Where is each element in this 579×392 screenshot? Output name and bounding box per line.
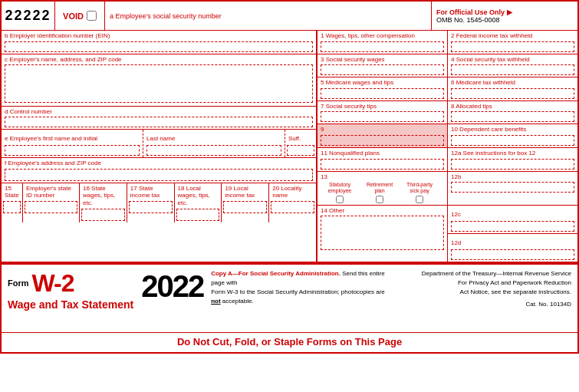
box9-cell: 9 [317, 124, 448, 147]
box8-input[interactable] [451, 111, 574, 122]
box11-cell: 11 Nonqualified plans [317, 148, 448, 171]
state-15-cell: 15 State [2, 183, 23, 222]
employee-name-fields: e Employee's first name and initial Last… [2, 130, 316, 157]
local-tax-input[interactable] [223, 201, 267, 213]
box4-cell: 4 Social security tax withheld [448, 54, 577, 77]
row-7-8: 7 Social security tips 8 Allocated tips [317, 101, 577, 125]
header-row: 22222 VOID a Employee's social security … [2, 2, 577, 31]
box12cd-cell: 12c 12d [448, 206, 577, 262]
year-section: 2022 [141, 269, 203, 304]
row-13-12b: 13 Statutoryemployee Retirementplan [317, 172, 577, 206]
ein-row: b Employer identification number (EIN) [2, 31, 316, 54]
box12d-sub: 12d [448, 234, 577, 262]
row-14-12cd: 14 Other 12c 12d [317, 206, 577, 262]
w2-form: 22222 VOID a Employee's social security … [0, 0, 579, 354]
void-checkbox[interactable] [87, 11, 97, 21]
do-not-cut: Do Not Cut, Fold, or Staple Forms on Thi… [2, 332, 577, 352]
box5-input[interactable] [321, 88, 444, 99]
statutory-checkbox-cell: Statutoryemployee [321, 182, 359, 203]
left-column: b Employer identification number (EIN) c… [2, 31, 317, 262]
row-5-6: 5 Medicare wages and tips 6 Medicare tax… [317, 77, 577, 101]
control-input[interactable] [5, 117, 313, 127]
employer-name-row: c Employer's name, address, and ZIP code [2, 54, 316, 107]
emp-first-cell: e Employee's first name and initial [2, 130, 143, 157]
box3-input[interactable] [321, 64, 444, 75]
box5-cell: 5 Medicare wages and tips [317, 77, 448, 100]
employee-addr-row: f Employee's address and ZIP code [2, 158, 316, 183]
box7-cell: 7 Social security tips [317, 101, 448, 124]
box1-cell: 1 Wages, tips, other compensation [317, 31, 448, 54]
local-wages-input[interactable] [176, 209, 220, 221]
official-use-cell: For Official Use Only ▶ OMB No. 1545-000… [432, 2, 577, 30]
statutory-checkbox[interactable] [336, 196, 344, 203]
thirdparty-checkbox-cell: Third-partysick pay [400, 182, 439, 203]
emp-suff-cell: Suff. [285, 130, 316, 157]
void-section: VOID [55, 2, 105, 30]
checkbox-group: Statutoryemployee Retirementplan Third-p… [317, 180, 447, 204]
box6-cell: 6 Medicare tax withheld [448, 77, 577, 100]
box12b-input[interactable] [451, 182, 574, 193]
control-row: d Control number [2, 107, 316, 130]
state-id-cell: Employer's state ID number [23, 183, 80, 222]
state-id-input[interactable] [25, 201, 77, 213]
locality-input[interactable] [271, 201, 314, 213]
box12c-input[interactable] [451, 221, 574, 232]
box12b-cell: 12b [448, 172, 577, 205]
w2-form-text: Form W-2 [8, 269, 74, 298]
emp-last-input[interactable] [146, 145, 281, 156]
box3-cell: 3 Social security wages [317, 54, 448, 77]
emp-first-input[interactable] [5, 145, 140, 156]
box12d-input[interactable] [451, 249, 574, 260]
box1-input[interactable] [321, 41, 444, 52]
state-15-input[interactable] [3, 201, 21, 213]
box14-cell: 14 Other [317, 206, 448, 262]
right-column: 1 Wages, tips, other compensation 2 Fede… [317, 31, 577, 262]
w2-logo: Form W-2 Wage and Tax Statement [8, 269, 133, 311]
box12a-input[interactable] [451, 159, 574, 170]
locality-cell: 20 Locality name [269, 183, 316, 222]
box10-input[interactable] [451, 135, 574, 146]
row-9-10: 9 10 Dependent care benefits [317, 124, 577, 148]
employee-name-row: e Employee's first name and initial Last… [2, 130, 316, 158]
bottom-section: Form W-2 Wage and Tax Statement 2022 Cop… [2, 263, 577, 332]
box2-cell: 2 Federal income tax withheld [448, 31, 577, 54]
irs-info: Department of the Treasury—Internal Reve… [395, 269, 571, 309]
retirement-checkbox-cell: Retirementplan [360, 182, 399, 203]
state-row: 15 State Employer's state ID number 16 S… [2, 183, 316, 222]
employer-name-input[interactable] [5, 64, 313, 103]
state-wages-cell: 16 State wages, tips, etc. [80, 183, 127, 222]
box14-input[interactable] [321, 216, 444, 250]
box9-input[interactable] [321, 135, 444, 146]
thirdparty-checkbox[interactable] [416, 196, 423, 203]
emp-suff-input[interactable] [287, 145, 314, 156]
box12c-sub: 12c [448, 206, 577, 234]
box13-cell: 13 Statutoryemployee Retirementplan [317, 172, 448, 205]
box2-input[interactable] [451, 41, 574, 52]
box4-input[interactable] [451, 64, 574, 75]
box10-cell: 10 Dependent care benefits [448, 124, 577, 147]
bottom-section-wrapper: Form W-2 Wage and Tax Statement 2022 Cop… [2, 262, 577, 352]
row-1-2: 1 Wages, tips, other compensation 2 Fede… [317, 31, 577, 54]
box12a-cell: 12a See instructions for box 12 [448, 148, 577, 171]
emp-addr-input[interactable] [5, 169, 313, 181]
state-wages-input[interactable] [81, 209, 125, 221]
emp-last-cell: Last name [143, 130, 285, 157]
local-tax-cell: 19 Local income tax [222, 183, 269, 222]
row-3-4: 3 Social security wages 4 Social securit… [317, 54, 577, 78]
ssn-cell: a Employee's social security number [105, 2, 432, 30]
copy-info: Copy A—For Social Security Administratio… [211, 269, 387, 306]
state-tax-cell: 17 State income tax [127, 183, 175, 222]
state-tax-input[interactable] [129, 201, 173, 213]
local-wages-cell: 18 Local wages, tips, etc. [175, 183, 222, 222]
box8-cell: 8 Allocated tips [448, 101, 577, 124]
box6-input[interactable] [451, 88, 574, 99]
ein-input[interactable] [5, 41, 313, 52]
row-11-12a: 11 Nonqualified plans 12a See instructio… [317, 148, 577, 172]
box7-input[interactable] [321, 111, 444, 122]
box11-input[interactable] [321, 159, 444, 170]
form-code: 22222 [2, 2, 55, 30]
retirement-checkbox[interactable] [376, 196, 383, 203]
main-content: b Employer identification number (EIN) c… [2, 31, 577, 262]
